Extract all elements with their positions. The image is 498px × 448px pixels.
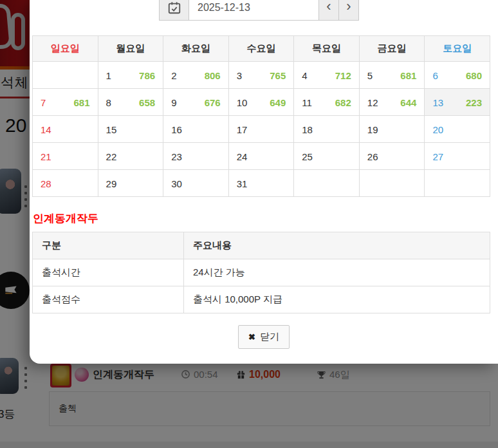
close-label: 닫기	[260, 331, 279, 343]
calendar-empty-cell	[294, 170, 360, 197]
attendance-count: 765	[270, 70, 286, 80]
calendar-day-cell[interactable]: 16	[163, 116, 229, 143]
attendance-calendar: 일요일월요일화요일수요일목요일금요일토요일 178628063765471256…	[32, 35, 490, 197]
attendance-count: 644	[400, 97, 416, 107]
calendar-week-row: 178628063765471256816680	[33, 62, 490, 89]
day-number: 8	[106, 97, 111, 107]
day-number: 6	[432, 70, 438, 80]
day-number: 27	[432, 151, 443, 162]
day-number: 15	[106, 124, 117, 135]
attendance-count: 681	[74, 97, 90, 107]
calendar-day-cell[interactable]: 22	[98, 143, 163, 170]
calendar-day-cell[interactable]: 26	[359, 143, 425, 170]
calendar-day-cell[interactable]: 19	[359, 116, 425, 143]
calendar-day-cell[interactable]: 5681	[359, 62, 425, 89]
calendar-day-cell[interactable]: 13223	[425, 89, 490, 116]
day-number: 13	[432, 97, 443, 107]
calendar-day-cell[interactable]: 27	[425, 143, 490, 170]
date-input[interactable]	[189, 0, 319, 21]
day-number: 1	[106, 70, 111, 80]
calendar-day-cell[interactable]: 30	[163, 170, 229, 197]
weekday-header: 토요일	[425, 36, 490, 62]
calendar-picker-button[interactable]	[159, 0, 189, 21]
attendance-info-table: 구분 주요내용 출석시간24시간 가능출석점수출석시 10,000P 지급	[32, 232, 490, 313]
close-button[interactable]: ✖ 닫기	[238, 325, 290, 349]
calendar-day-cell[interactable]: 9676	[163, 89, 229, 116]
calendar-week-row: 76818658967610649116821264413223	[33, 89, 490, 116]
calendar-day-cell[interactable]: 8658	[98, 89, 163, 116]
weekday-header: 목요일	[294, 36, 360, 62]
calendar-day-cell[interactable]: 21	[33, 143, 98, 170]
calendar-day-cell[interactable]: 24	[228, 143, 294, 170]
calendar-day-cell[interactable]: 4712	[294, 62, 360, 89]
attendance-count: 649	[270, 97, 286, 107]
day-number: 17	[237, 124, 248, 135]
day-number: 5	[367, 70, 373, 80]
day-number: 14	[41, 124, 51, 135]
day-number: 12	[367, 97, 378, 107]
attendance-count: 680	[466, 70, 482, 80]
day-number: 16	[171, 124, 182, 135]
day-number: 7	[41, 97, 46, 107]
day-number: 10	[237, 97, 248, 107]
calendar-day-cell[interactable]: 12644	[359, 89, 425, 116]
info-header-row: 구분 주요내용	[33, 232, 490, 259]
calendar-day-cell[interactable]: 28	[33, 170, 98, 197]
calendar-day-cell[interactable]: 6680	[425, 62, 490, 89]
info-key-cell: 출석시간	[33, 259, 184, 286]
calendar-day-cell[interactable]: 31	[228, 170, 294, 197]
calendar-day-cell[interactable]: 25	[294, 143, 360, 170]
attendance-count: 681	[400, 70, 416, 80]
day-number: 28	[41, 178, 51, 189]
next-day-button[interactable]: ›	[339, 0, 359, 21]
site-name-title: 인계동개작두	[33, 211, 98, 226]
calendar-empty-cell	[425, 170, 490, 197]
weekday-header: 월요일	[98, 36, 163, 62]
info-key-cell: 출석점수	[33, 286, 184, 313]
weekday-header: 화요일	[163, 36, 229, 62]
attendance-count: 658	[139, 97, 155, 107]
day-number: 24	[237, 151, 248, 162]
day-number: 19	[367, 124, 378, 135]
day-number: 9	[171, 97, 176, 107]
calendar-day-cell[interactable]: 17	[228, 116, 294, 143]
day-number: 26	[367, 151, 378, 162]
day-number: 23	[171, 151, 182, 162]
info-body: 출석시간24시간 가능출석점수출석시 10,000P 지급	[33, 259, 490, 313]
weekday-header: 일요일	[33, 36, 98, 62]
calendar-body: 1786280637654712568166807681865896761064…	[33, 62, 490, 197]
info-value-cell: 24시간 가능	[184, 259, 490, 286]
day-number: 20	[432, 124, 443, 135]
day-number: 25	[302, 151, 313, 162]
calendar-day-cell[interactable]: 11682	[294, 89, 360, 116]
calendar-day-cell[interactable]: 29	[98, 170, 163, 197]
attendance-count: 712	[335, 70, 351, 80]
calendar-week-row: 21222324252627	[33, 143, 490, 170]
attendance-count: 682	[335, 97, 351, 107]
calendar-day-cell[interactable]: 7681	[33, 89, 98, 116]
day-number: 3	[237, 70, 242, 80]
calendar-day-cell[interactable]: 3765	[228, 62, 294, 89]
calendar-day-cell[interactable]: 2806	[163, 62, 229, 89]
calendar-day-cell[interactable]: 15	[98, 116, 163, 143]
day-number: 21	[41, 151, 51, 162]
day-number: 2	[171, 70, 176, 80]
calendar-day-cell[interactable]: 14	[33, 116, 98, 143]
calendar-day-cell[interactable]: 18	[294, 116, 360, 143]
info-row: 출석시간24시간 가능	[33, 259, 490, 286]
attendance-count: 786	[139, 70, 155, 80]
prev-day-button[interactable]: ‹	[319, 0, 339, 21]
calendar-day-cell[interactable]: 1786	[98, 62, 163, 89]
calendar-week-row: 28293031	[33, 170, 490, 197]
calendar-day-cell[interactable]: 10649	[228, 89, 294, 116]
calendar-empty-cell	[33, 62, 98, 89]
day-number: 22	[106, 151, 117, 162]
close-x-icon: ✖	[248, 332, 255, 342]
attendance-count: 223	[466, 97, 482, 107]
info-row: 출석점수출석시 10,000P 지급	[33, 286, 490, 313]
calendar-day-cell[interactable]: 23	[163, 143, 229, 170]
calendar-week-row: 14151617181920	[33, 116, 490, 143]
calendar-day-cell[interactable]: 20	[425, 116, 490, 143]
info-header-key: 구분	[33, 232, 184, 259]
day-number: 31	[237, 178, 248, 189]
